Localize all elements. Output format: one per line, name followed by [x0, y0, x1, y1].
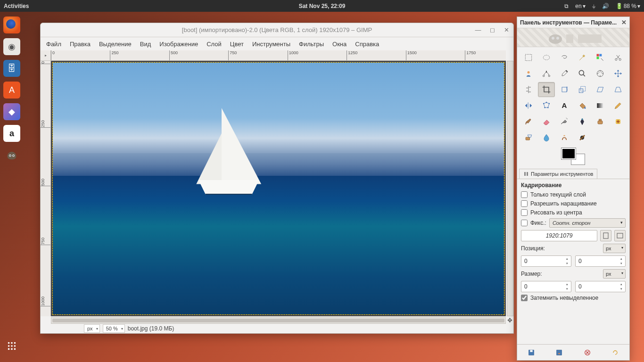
tool-lasso-icon[interactable] [556, 50, 573, 65]
tool-bucket-icon[interactable] [574, 98, 591, 113]
dock-software[interactable]: A [3, 82, 20, 99]
opt-size-w-input[interactable]: 0▴▾ [521, 281, 571, 292]
tool-eraser-icon[interactable] [538, 114, 555, 129]
tool-pencil-icon[interactable] [610, 98, 627, 113]
tool-paintbrush-icon[interactable] [520, 114, 537, 129]
svg-text:A: A [562, 101, 567, 109]
opt-draw-from-center-checkbox[interactable] [521, 209, 528, 216]
menu-colors[interactable]: Цвет [230, 41, 244, 48]
window-titlebar[interactable]: [boot] (импортировано)-2.0 (Цвета RGB, 1… [41, 23, 513, 37]
show-applications[interactable] [3, 337, 20, 354]
dock-backup[interactable]: ◉ [3, 38, 20, 55]
menu-edit[interactable]: Правка [70, 41, 91, 48]
menu-help[interactable]: Справка [355, 41, 379, 48]
tool-scissors-icon[interactable] [610, 50, 627, 65]
save-preset-icon[interactable] [527, 348, 536, 357]
scrollbar-vertical[interactable] [507, 61, 513, 316]
svg-point-25 [548, 75, 550, 76]
dock-disk-usage[interactable]: ◆ [3, 103, 20, 120]
opt-position-y-input[interactable]: 0▴▾ [575, 255, 626, 267]
toolbox-close-button[interactable]: ✕ [621, 19, 627, 26]
menu-filters[interactable]: Фильтры [299, 41, 324, 48]
tool-ink-icon[interactable] [574, 114, 591, 129]
opt-position-x-input[interactable]: 0▴▾ [521, 255, 571, 267]
opt-portrait-icon[interactable] [600, 230, 611, 241]
ruler-horizontal[interactable]: 0 250 500 750 1000 1250 1500 1750 [51, 50, 506, 61]
opt-fixed-mode-combo[interactable]: Соотн. сторон [549, 218, 626, 228]
tool-text-icon[interactable]: A [556, 98, 573, 113]
battery-indicator[interactable]: 🔋 88 % ▾ [616, 3, 640, 9]
tool-heal-icon[interactable] [610, 114, 627, 129]
volume-icon[interactable]: 🔊 [602, 3, 609, 9]
delete-preset-icon[interactable] [583, 348, 592, 357]
tool-gradient-icon[interactable] [592, 98, 609, 113]
menu-view[interactable]: Вид [140, 41, 151, 48]
tool-color-select-icon[interactable] [592, 50, 609, 65]
menu-tools[interactable]: Инструменты [252, 41, 290, 48]
dock-files[interactable]: 🗄 [3, 60, 20, 77]
tool-magic-wand-icon[interactable] [574, 50, 591, 65]
reset-preset-icon[interactable] [611, 348, 620, 357]
tool-airbrush-icon[interactable] [556, 114, 573, 129]
minimize-button[interactable]: — [474, 26, 482, 33]
tool-scale-icon[interactable] [574, 82, 591, 97]
resize-grip-icon[interactable]: ✥ [506, 316, 513, 324]
menu-image[interactable]: Изображение [159, 41, 198, 48]
tool-perspective-icon[interactable] [610, 82, 627, 97]
menu-layer[interactable]: Слой [206, 41, 222, 48]
opt-size-unit-combo[interactable]: px [603, 269, 626, 279]
tool-ellipse-select-icon[interactable] [538, 50, 555, 65]
menu-select[interactable]: Выделение [99, 41, 132, 48]
wifi-icon[interactable]: ⏚ [592, 3, 595, 9]
tool-smudge-icon[interactable] [556, 130, 573, 145]
canvas-viewport[interactable] [51, 61, 506, 316]
tool-zoom-icon[interactable] [574, 66, 591, 81]
dock-amazon[interactable]: a [3, 125, 20, 142]
tool-blur-icon[interactable] [538, 130, 555, 145]
fg-color-swatch[interactable] [561, 148, 576, 159]
opt-position-unit-combo[interactable]: px [603, 244, 626, 253]
clock[interactable]: Sat Nov 25, 22:09 [299, 3, 346, 9]
tool-flip-icon[interactable] [520, 98, 537, 113]
toolbox-title-label: Панель инструментов — Параме... [520, 19, 617, 26]
dropbox-icon[interactable]: ⧉ [564, 3, 569, 9]
close-button[interactable]: ✕ [502, 26, 511, 33]
opt-ratio-input[interactable]: 1920:1079 [521, 230, 597, 241]
activities-button[interactable]: Activities [4, 3, 29, 9]
menu-windows[interactable]: Окна [332, 41, 347, 48]
tool-move-icon[interactable] [610, 66, 627, 81]
tool-rotate-icon[interactable] [556, 82, 573, 97]
image-sailboat[interactable] [53, 63, 504, 314]
tool-shear-icon[interactable] [592, 82, 609, 97]
ruler-origin[interactable]: ▸ [41, 50, 51, 61]
zoom-combo[interactable]: 50 % [103, 324, 125, 333]
tool-align-icon[interactable] [520, 82, 537, 97]
language-indicator[interactable]: en ▾ [575, 3, 585, 9]
ruler-vertical[interactable]: 0 250 500 750 1000 [41, 61, 51, 316]
scrollbar-horizontal[interactable] [51, 317, 506, 324]
dock-gimp[interactable] [3, 147, 20, 164]
opt-landscape-icon[interactable] [614, 230, 626, 241]
tool-clone-icon[interactable] [592, 114, 609, 129]
tool-rect-select-icon[interactable] [520, 50, 537, 65]
maximize-button[interactable]: ◻ [488, 26, 496, 33]
opt-only-current-layer-checkbox[interactable] [521, 191, 528, 198]
opt-size-h-input[interactable]: 0▴▾ [575, 281, 626, 292]
tool-dodge-icon[interactable] [574, 130, 591, 145]
opt-allow-growing-checkbox[interactable] [521, 200, 528, 207]
dock-firefox[interactable] [3, 16, 20, 33]
tool-cage-icon[interactable] [538, 98, 555, 113]
opt-darken-unselected-checkbox[interactable] [521, 295, 528, 301]
opt-fixed-checkbox[interactable] [521, 220, 528, 226]
tool-options-tab[interactable]: Параметры инструментов [519, 169, 597, 179]
menu-file[interactable]: Файл [46, 41, 61, 48]
tool-paths-icon[interactable] [538, 66, 555, 81]
tool-color-picker-icon[interactable] [556, 66, 573, 81]
unit-combo[interactable]: px [84, 324, 100, 333]
tool-crop-icon[interactable] [538, 82, 555, 97]
tool-foreground-select-icon[interactable] [520, 66, 537, 81]
tool-measure-icon[interactable] [592, 66, 609, 81]
restore-preset-icon[interactable] [554, 348, 564, 357]
toolbox-titlebar[interactable]: Панель инструментов — Параме... ✕ [517, 17, 629, 28]
tool-perspective-clone-icon[interactable] [520, 130, 537, 145]
